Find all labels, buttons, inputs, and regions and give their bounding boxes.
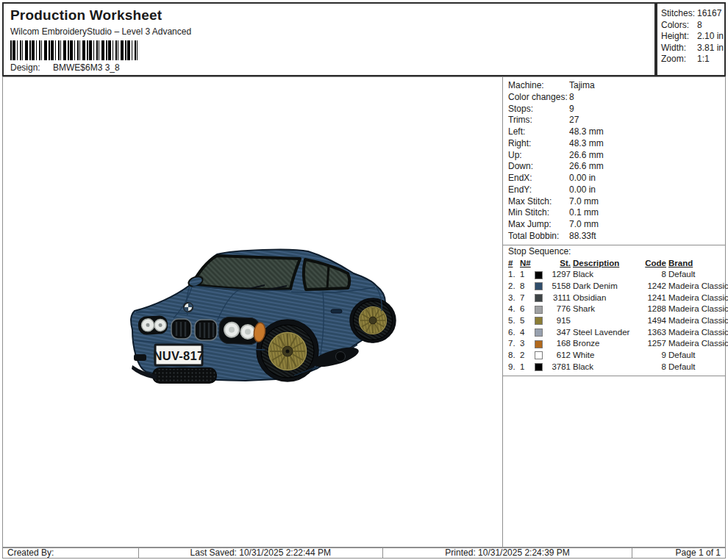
- thread-color-swatch: [535, 306, 543, 314]
- info-label: Stops:: [508, 104, 569, 115]
- summary-label: Height:: [661, 31, 697, 43]
- info-row: Stops:9: [508, 104, 722, 115]
- summary-row: Colors:8: [661, 20, 724, 32]
- thread-color-swatch: [535, 317, 543, 325]
- row-brand: Default: [668, 350, 723, 362]
- bmw-roundel: [184, 303, 193, 312]
- row-description: Obsidian: [573, 292, 643, 304]
- col-description: Description: [573, 258, 643, 270]
- created-by: Created By:: [3, 548, 138, 558]
- thread-color-swatch: [535, 351, 543, 359]
- stop-sequence-title: Stop Sequence:: [503, 245, 725, 257]
- info-value: 0.00 in: [569, 173, 596, 184]
- stop-sequence-table: # N# St. Description Code Brand 1.11297B…: [503, 257, 725, 376]
- row-code: 1363: [645, 327, 666, 339]
- design-preview-canvas: NUV-817: [2, 76, 502, 548]
- row-description: Black: [573, 362, 643, 373]
- row-code: 8: [645, 362, 666, 373]
- front-wheel: [261, 325, 314, 378]
- row-stitches: 347: [549, 327, 571, 339]
- info-label: Min Stitch:: [508, 207, 569, 219]
- info-value: 27: [569, 115, 579, 126]
- thread-color-swatch: [535, 271, 543, 279]
- summary-value: 3.81 in: [697, 43, 724, 54]
- info-row: Max Jump:7.0 mm: [508, 219, 722, 231]
- row-brand: Madeira Classic 40: [668, 315, 728, 327]
- production-worksheet-page: Production Worksheet Wilcom EmbroiderySt…: [0, 0, 728, 560]
- info-value: 88.33ft: [569, 231, 596, 243]
- row-num: 6.: [508, 327, 518, 339]
- row-code: 1242: [645, 281, 666, 292]
- windshield: [193, 256, 300, 290]
- row-num: 2.: [508, 281, 518, 292]
- col-needle: N#: [520, 258, 532, 270]
- stop-sequence-row: 7.3168Bronze1257Madeira Classic 40: [508, 338, 723, 350]
- row-needle: 6: [520, 304, 532, 315]
- summary-value: 8: [697, 20, 702, 32]
- design-value: BMWE$6M3 3_8: [53, 62, 120, 73]
- summary-row: Stitches:16167: [661, 8, 724, 20]
- info-label: Trims:: [508, 115, 569, 126]
- page-title: Production Worksheet: [10, 7, 654, 24]
- info-row: Total Bobbin:88.33ft: [508, 231, 722, 243]
- info-value: Tajima: [569, 80, 595, 92]
- stop-sequence-header: # N# St. Description Code Brand: [508, 258, 723, 270]
- info-row: Machine:Tajima: [508, 80, 722, 92]
- row-stitches: 3111: [549, 292, 571, 304]
- row-needle: 2: [520, 350, 532, 362]
- row-brand: Default: [668, 269, 723, 281]
- row-description: Steel Lavender: [573, 327, 643, 339]
- info-value: 0.1 mm: [569, 207, 599, 219]
- lower-mesh-grille: [153, 368, 216, 383]
- row-num: 3.: [508, 292, 518, 304]
- col-code: Code: [645, 258, 666, 270]
- design-barcode: [10, 40, 140, 60]
- stop-sequence-row: 8.2612White9Default: [508, 350, 723, 362]
- info-row: Right:48.3 mm: [508, 138, 722, 150]
- info-value: 7.0 mm: [569, 219, 599, 231]
- info-row: Color changes:8: [508, 92, 722, 104]
- summary-label: Width:: [661, 43, 697, 54]
- machine-info-list: Machine:Tajima Color changes:8 Stops:9 T…: [503, 77, 725, 245]
- kidney-grille-right: [195, 320, 217, 340]
- info-value: 0.00 in: [569, 184, 596, 196]
- info-value: 48.3 mm: [569, 138, 604, 150]
- info-label: Machine:: [508, 80, 569, 92]
- row-needle: 4: [520, 327, 532, 339]
- design-row: Design: BMWE$6M3 3_8: [10, 62, 654, 73]
- row-num: 1.: [508, 269, 518, 281]
- row-description: Dark Denim: [573, 281, 643, 292]
- row-description: Shark: [573, 304, 643, 315]
- license-plate-text: NUV-817: [153, 349, 204, 362]
- info-label: Max Stitch:: [508, 196, 569, 208]
- row-brand: Madeira Classic 40: [668, 281, 728, 292]
- car-embroidery-image: NUV-817: [3, 77, 503, 548]
- summary-label: Stitches:: [661, 8, 697, 20]
- stop-sequence-row: 4.6776Shark1288Madeira Classic 40: [508, 304, 723, 315]
- info-label: Down:: [508, 161, 569, 173]
- row-needle: 3: [520, 338, 532, 350]
- summary-label: Colors:: [661, 20, 697, 32]
- col-brand: Brand: [668, 258, 723, 270]
- license-plate: NUV-817: [153, 345, 204, 365]
- summary-row: Width:3.81 in: [661, 43, 724, 54]
- kidney-grille-left: [171, 319, 191, 339]
- row-code: 8: [645, 269, 666, 281]
- thread-color-swatch: [535, 294, 543, 302]
- col-num: #: [508, 258, 518, 270]
- info-label: Left:: [508, 126, 569, 138]
- row-stitches: 168: [549, 338, 571, 350]
- summary-value: 16167: [697, 8, 721, 20]
- stop-sequence-row: 3.73111Obsidian1241Madeira Classic 40: [508, 292, 723, 304]
- row-needle: 1: [520, 269, 532, 281]
- far-headlight: [138, 315, 168, 335]
- summary-label: Zoom:: [661, 54, 697, 65]
- last-saved: Last Saved: 10/31/2025 2:22:44 PM: [138, 548, 382, 558]
- machine-info-panel: Machine:Tajima Color changes:8 Stops:9 T…: [502, 76, 726, 548]
- row-num: 7.: [508, 338, 518, 350]
- row-stitches: 915: [549, 315, 571, 327]
- info-value: 7.0 mm: [569, 196, 599, 208]
- software-subtitle: Wilcom EmbroideryStudio – Level 3 Advanc…: [10, 26, 654, 37]
- footer-bar: Created By: Last Saved: 10/31/2025 2:22:…: [2, 548, 726, 559]
- b-pillar: [327, 265, 329, 289]
